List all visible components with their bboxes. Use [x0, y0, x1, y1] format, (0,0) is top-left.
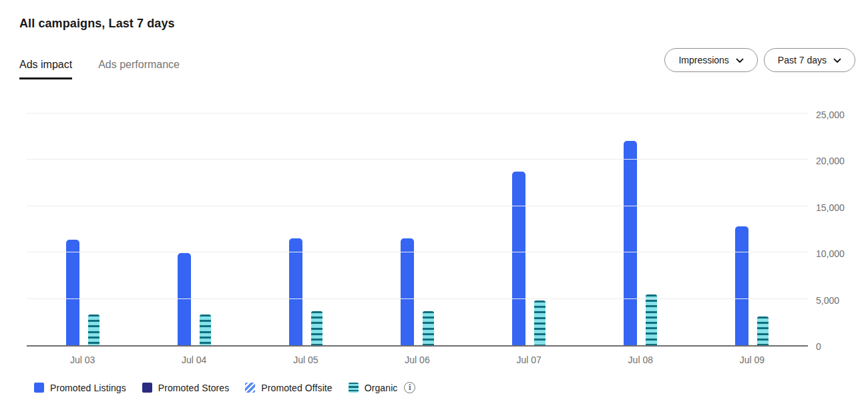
- gridline: [27, 159, 808, 160]
- bar-group-jul-09: [696, 100, 808, 345]
- date-range-dropdown-label: Past 7 days: [778, 55, 827, 65]
- promoted-listings-bar[interactable]: [401, 238, 414, 345]
- bar-group-jul-04: [138, 100, 250, 345]
- legend-item-promoted-stores[interactable]: Promoted Stores: [142, 383, 230, 393]
- x-tick-label: Jul 05: [250, 355, 361, 365]
- bar-group-jul-03: [27, 100, 138, 345]
- info-icon[interactable]: i: [404, 382, 415, 393]
- promoted-listings-bar[interactable]: [66, 240, 79, 345]
- x-tick-label: Jul 08: [585, 355, 696, 365]
- legend-label: Promoted Stores: [158, 383, 230, 393]
- y-tick-label: 20,000: [816, 155, 845, 167]
- y-tick-label: 5,000: [816, 294, 839, 306]
- promoted-offsite-swatch-icon: [245, 383, 255, 393]
- metric-dropdown[interactable]: Impressions: [664, 48, 757, 72]
- promoted-listings-bar[interactable]: [178, 253, 191, 345]
- legend-label: Promoted Listings: [50, 383, 126, 393]
- bar-group-jul-07: [473, 100, 585, 345]
- organic-swatch-icon: [349, 383, 359, 393]
- promoted-listings-bar[interactable]: [512, 172, 525, 345]
- x-tick-label: Jul 07: [473, 355, 585, 365]
- x-axis: Jul 03Jul 04Jul 05Jul 06Jul 07Jul 08Jul …: [27, 355, 808, 365]
- gridline: [27, 113, 808, 114]
- x-tick-label: Jul 03: [27, 355, 138, 365]
- y-axis: 25,00020,00015,00010,0005,0000: [816, 100, 863, 347]
- date-range-dropdown[interactable]: Past 7 days: [764, 48, 855, 72]
- gridline: [27, 298, 808, 299]
- promoted-listings-bar[interactable]: [289, 238, 302, 345]
- legend-item-promoted-offsite[interactable]: Promoted Offsite: [245, 383, 332, 393]
- organic-bar[interactable]: [88, 314, 99, 345]
- chart-controls: Impressions Past 7 days: [664, 48, 855, 72]
- bar-group-jul-05: [250, 100, 361, 345]
- bar-group-jul-08: [585, 100, 696, 345]
- page-title: All campaigns, Last 7 days: [19, 17, 175, 31]
- promoted-listings-bar[interactable]: [624, 141, 637, 345]
- organic-bar[interactable]: [757, 317, 769, 345]
- y-tick-label: 25,000: [816, 109, 845, 121]
- y-tick-label: 0: [816, 341, 821, 353]
- impressions-bar-chart: 25,00020,00015,00010,0005,0000: [0, 100, 868, 347]
- legend-label: Promoted Offsite: [261, 383, 332, 393]
- tab-ads-impact[interactable]: Ads impact: [19, 59, 72, 79]
- legend-item-organic[interactable]: Organici: [349, 382, 416, 393]
- y-tick-label: 15,000: [816, 202, 845, 214]
- legend-item-promoted-listings[interactable]: Promoted Listings: [34, 383, 126, 393]
- chevron-down-icon: [833, 58, 841, 63]
- organic-bar[interactable]: [534, 300, 546, 345]
- tabs-row: Ads impact Ads performance: [19, 59, 180, 79]
- x-tick-label: Jul 09: [696, 355, 808, 365]
- y-tick-label: 10,000: [816, 248, 845, 260]
- organic-bar[interactable]: [311, 311, 322, 345]
- promoted-listings-swatch-icon: [34, 383, 44, 393]
- promoted-listings-bar[interactable]: [735, 226, 748, 345]
- gridline: [27, 206, 808, 206]
- organic-bar[interactable]: [423, 311, 434, 345]
- legend-label: Organic: [365, 383, 398, 393]
- metric-dropdown-label: Impressions: [678, 55, 728, 65]
- bar-group-jul-06: [361, 100, 473, 345]
- bars-row: [27, 100, 808, 345]
- tab-ads-performance[interactable]: Ads performance: [98, 59, 180, 77]
- chart-legend: Promoted ListingsPromoted StoresPromoted…: [34, 382, 415, 393]
- ads-dashboard: All campaigns, Last 7 days Ads impact Ad…: [0, 0, 868, 420]
- chart-plot-area: [27, 100, 808, 347]
- organic-bar[interactable]: [200, 314, 211, 345]
- chevron-down-icon: [736, 58, 744, 63]
- promoted-stores-swatch-icon: [142, 383, 152, 393]
- x-tick-label: Jul 04: [138, 355, 250, 365]
- x-tick-label: Jul 06: [361, 355, 473, 365]
- gridline: [27, 252, 808, 252]
- organic-bar[interactable]: [646, 294, 657, 345]
